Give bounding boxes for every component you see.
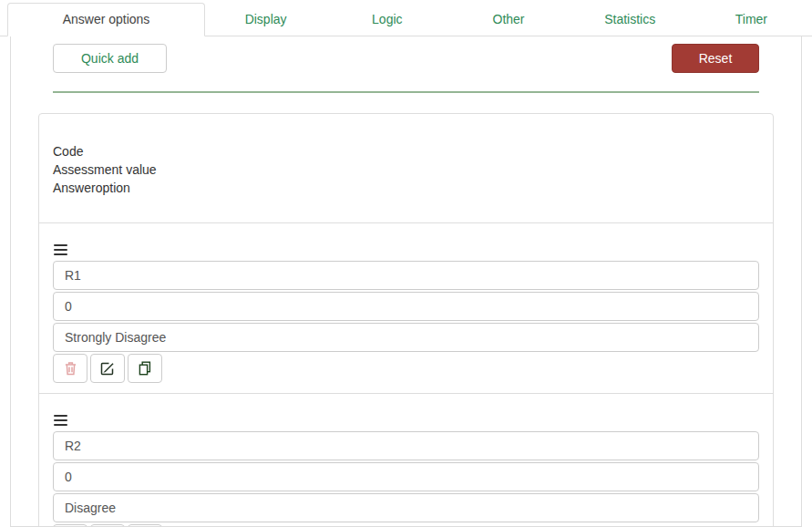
drag-handle-icon[interactable] xyxy=(53,413,68,428)
assessment-value-input[interactable] xyxy=(53,462,759,491)
tab-logic[interactable]: Logic xyxy=(326,4,447,36)
tab-timer[interactable]: Timer xyxy=(691,4,812,36)
answer-table-header: Code Assessment value Answeroption xyxy=(39,114,773,222)
assessment-value-input[interactable] xyxy=(53,292,759,321)
copy-answer-button[interactable] xyxy=(128,354,162,383)
answer-options-toolbar: Quick add Reset xyxy=(53,44,759,73)
reset-button[interactable]: Reset xyxy=(672,44,759,73)
answer-options-pane: Quick add Reset Code Assessment value An… xyxy=(10,36,802,527)
drag-handle-icon[interactable] xyxy=(53,243,68,257)
answer-row xyxy=(39,222,773,393)
tab-other[interactable]: Other xyxy=(447,4,569,36)
answer-option-input[interactable] xyxy=(53,323,759,352)
column-label-code: Code xyxy=(53,142,759,160)
answer-option-input[interactable] xyxy=(53,493,759,522)
tab-answer-options[interactable]: Answer options xyxy=(7,3,205,36)
column-label-assessment-value: Assessment value xyxy=(53,160,759,179)
column-label-answeroption: Answeroption xyxy=(53,179,759,197)
trash-icon xyxy=(64,361,77,376)
delete-answer-button[interactable] xyxy=(53,354,87,383)
answer-options-panel: Code Assessment value Answeroption xyxy=(38,113,774,527)
answer-row xyxy=(39,393,773,527)
tab-statistics[interactable]: Statistics xyxy=(570,4,691,36)
answer-code-input[interactable] xyxy=(53,431,759,460)
tab-display[interactable]: Display xyxy=(205,4,326,36)
question-editor-tabs: Answer options Display Logic Other Stati… xyxy=(0,0,812,36)
edit-answer-button[interactable] xyxy=(90,354,125,383)
quick-add-button[interactable]: Quick add xyxy=(53,44,167,73)
pencil-square-icon xyxy=(100,361,115,376)
divider xyxy=(53,91,759,93)
answer-code-input[interactable] xyxy=(53,261,759,290)
copy-pages-icon xyxy=(138,361,152,376)
row-actions xyxy=(53,354,759,383)
